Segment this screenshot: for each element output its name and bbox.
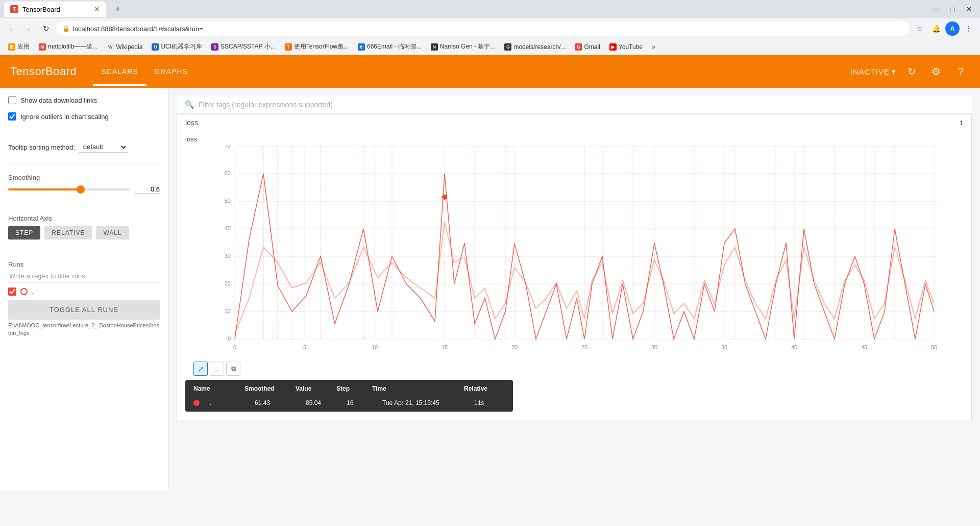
matplotlib-favicon: M [39, 43, 46, 51]
tab-close-icon[interactable]: ✕ [94, 5, 100, 13]
divider-1 [8, 131, 160, 131]
svg-text:20: 20 [225, 280, 231, 286]
address-bar[interactable]: 🔒 localhost:8888/tensorboard/1/#scalars&… [56, 21, 910, 36]
filter-bar: 🔍 [177, 96, 972, 114]
forward-button[interactable]: › [21, 21, 36, 36]
apps-favicon: ⊞ [8, 43, 15, 51]
ignore-outliers-label[interactable]: Ignore outliers in chart scaling [20, 113, 109, 121]
loss-chart[interactable]: .grid-line { stroke: #e8e8e8; stroke-wid… [185, 145, 963, 360]
browser-tab[interactable]: T TensorBoard ✕ [4, 2, 106, 17]
run-path: E:\AI\MOOC_tensorflow\Lecture_2_ BostonH… [8, 322, 160, 338]
nav-graphs[interactable]: GRAPHS [146, 57, 196, 86]
bookmark-666[interactable]: 6 666Email - 临时邮... [354, 41, 426, 53]
minimize-button[interactable]: ─ [929, 2, 943, 16]
run-color-indicator [20, 288, 28, 295]
app-title: TensorBoard [10, 65, 77, 78]
bookmarks-bar: ⊞ 应用 M matplotlib——坐... W Wikipedia U UC… [0, 39, 980, 55]
svg-text:30: 30 [651, 344, 657, 350]
settings-icon[interactable]: ⚙ [927, 62, 945, 81]
axis-step-button[interactable]: STEP [8, 226, 40, 240]
apps-label: 应用 [17, 42, 30, 51]
nav-scalars[interactable]: SCALARS [93, 57, 146, 86]
bookmark-wikipedia[interactable]: W Wikipedia [103, 41, 146, 53]
bookmark-matplotlib[interactable]: M matplotlib——坐... [35, 41, 102, 53]
666-label: 666Email - 临时邮... [367, 42, 422, 51]
close-button[interactable]: ✕ [962, 2, 976, 16]
tooltip-sorting-row: Tooltip sorting method: default descendi… [8, 141, 160, 153]
status-label: INACTIVE [850, 67, 890, 76]
tooltip-col-time: Time [372, 385, 454, 392]
data-table-button[interactable]: ≡ [210, 362, 224, 376]
new-tab-button[interactable]: + [110, 2, 126, 17]
extensions-icon[interactable]: ⋮ [962, 21, 976, 36]
bookmark-namso[interactable]: N Namso Gen - 基于... [427, 41, 500, 53]
smoothing-row: 0.6 [8, 185, 160, 194]
bookmark-uci[interactable]: U UCI机器学习库 [148, 41, 206, 53]
chart-header: loss 1 [177, 114, 971, 131]
namso-favicon: N [431, 43, 438, 51]
content-area: 🔍 loss 1 loss .grid-line { strok [168, 88, 980, 491]
bookmark-github[interactable]: G models/research/... [500, 41, 570, 53]
bookmark-youtube[interactable]: ▶ YouTube [605, 41, 647, 53]
image-button[interactable]: ⧉ [226, 362, 240, 376]
tooltip-relative: 11s [474, 399, 505, 407]
smoothing-value[interactable]: 0.6 [134, 185, 160, 194]
666-favicon: 6 [358, 43, 365, 51]
run-label: . [32, 288, 34, 296]
help-icon[interactable]: ? [951, 62, 970, 81]
show-data-links-label[interactable]: Show data download links [20, 97, 97, 104]
svg-text:40: 40 [791, 344, 797, 350]
svg-text:10: 10 [225, 308, 231, 314]
svg-text:25: 25 [581, 344, 587, 350]
smoothing-section: Smoothing 0.6 [8, 174, 160, 194]
svg-text:15: 15 [442, 344, 448, 350]
reload-button[interactable]: ↻ [39, 21, 53, 36]
runs-filter-input[interactable] [8, 270, 160, 282]
filter-input[interactable] [199, 101, 964, 109]
svg-text:20: 20 [511, 344, 518, 350]
bookmark-gmail[interactable]: G Gmail [571, 41, 604, 53]
tooltip-container: Name Smoothed Value Step Time Relative . [185, 380, 963, 412]
axis-wall-button[interactable]: WALL [96, 226, 129, 240]
axis-relative-button[interactable]: RELATIVE [44, 226, 92, 240]
smoothing-title: Smoothing [8, 174, 160, 181]
y-axis: 0 10 20 30 40 50 60 70 [225, 145, 939, 342]
tooltip-data-row: . 61.43 85.04 16 Tue Apr 21, 15:15:45 11… [193, 399, 505, 407]
tooltip-time: Tue Apr 21, 15:15:45 [382, 399, 464, 407]
bookmark-icon[interactable]: ☆ [913, 21, 927, 36]
chart-section-title: loss [185, 118, 198, 127]
gmail-label: Gmail [584, 43, 600, 51]
profile-icon[interactable]: A [945, 21, 960, 36]
tooltip-smoothed-value: 61.43 [255, 399, 296, 407]
svg-text:30: 30 [225, 253, 231, 259]
status-dropdown[interactable]: INACTIVE ▾ [850, 67, 896, 76]
bookmark-apps[interactable]: ⊞ 应用 [4, 41, 34, 53]
run-checkbox[interactable] [8, 288, 16, 296]
bookmark-more[interactable]: » [648, 41, 659, 53]
back-button[interactable]: ‹ [4, 21, 18, 36]
namso-label: Namso Gen - 基于... [440, 42, 496, 51]
mute-icon[interactable]: 🔔 [929, 21, 943, 36]
ignore-outliers-checkbox[interactable] [8, 112, 16, 121]
bookmark-tf[interactable]: T 使用TensorFlow跑... [281, 41, 353, 53]
main-layout: Show data download links Ignore outliers… [0, 88, 980, 491]
address-text: localhost:8888/tensorboard/1/#scalars&ru… [73, 25, 205, 33]
github-label: models/research/... [513, 43, 566, 51]
highlighted-point [442, 195, 447, 200]
divider-4 [8, 250, 160, 250]
toggle-all-runs-button[interactable]: TOGGLE ALL RUNS [8, 300, 160, 320]
topbar: TensorBoard SCALARS GRAPHS INACTIVE ▾ ↻ … [0, 55, 980, 88]
svg-text:0: 0 [233, 344, 236, 350]
expand-chart-button[interactable]: ⤢ [193, 362, 208, 376]
tooltip-run-name: . [210, 399, 244, 407]
smoothing-slider[interactable] [8, 188, 130, 190]
bookmark-sscap[interactable]: S SSCAP/SSTAP 小... [207, 41, 280, 53]
chart-count: 1 [960, 119, 963, 127]
refresh-button[interactable]: ↻ [902, 62, 921, 81]
maximize-button[interactable]: □ [945, 2, 960, 16]
svg-text:0: 0 [228, 336, 231, 342]
show-data-links-checkbox[interactable] [8, 96, 16, 104]
tooltip-sorting-select[interactable]: default descending ascending nearest [79, 141, 128, 153]
youtube-favicon: ▶ [609, 43, 617, 51]
x-axis: 0 5 10 15 20 25 30 35 40 45 50 [233, 146, 937, 350]
